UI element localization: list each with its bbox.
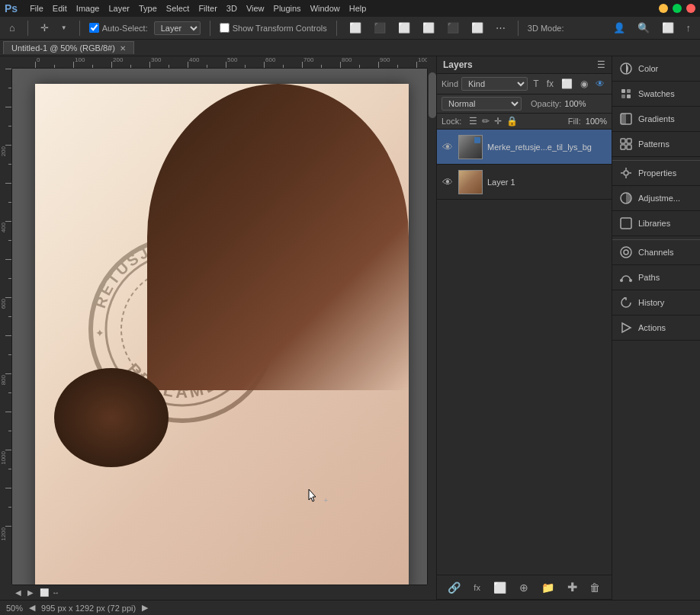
layer-item-1[interactable]: 👁 Layer 1 (437, 165, 612, 200)
layers-filter-eye-icon[interactable]: 👁 (593, 78, 607, 90)
layer-group-btn[interactable]: 📁 (538, 580, 557, 595)
hscroll-left-btn[interactable]: ◀ (15, 588, 21, 597)
layers-kind-select[interactable]: Kind (461, 77, 528, 91)
layer-item-0[interactable]: 👁 Merke_retusje...e_til_lys_bg (437, 130, 612, 165)
layers-filter-4-icon[interactable]: ◉ (578, 78, 590, 90)
menu-edit[interactable]: Edit (53, 4, 67, 13)
layer-thumb-inner-0 (459, 136, 482, 159)
align-middle-icon[interactable]: ⬛ (444, 21, 462, 35)
svg-point-25 (624, 250, 628, 255)
auto-select-dropdown[interactable]: Layer Group (154, 21, 201, 35)
home-icon[interactable]: ⌂ (6, 21, 18, 35)
blending-mode-select[interactable]: Normal (442, 97, 522, 111)
view-icon[interactable]: ⬜ (659, 21, 677, 35)
menu-view[interactable]: View (246, 4, 265, 13)
lock-position-icon[interactable]: ☰ (469, 116, 477, 127)
vertical-scrollbar[interactable] (427, 69, 436, 585)
layer-thumb-inner-1 (459, 171, 482, 194)
menu-select[interactable]: Select (166, 4, 190, 13)
color-icon (618, 61, 634, 76)
tab-close-icon[interactable]: ✕ (120, 44, 126, 53)
lock-pixel-icon[interactable]: ✏ (482, 116, 490, 127)
prop-paths[interactable]: Paths (612, 265, 700, 290)
move-tool-dropdown[interactable]: ▼ (58, 23, 70, 33)
menu-layer[interactable]: Layer (108, 4, 130, 13)
adjustments-icon (618, 191, 634, 206)
align-right-icon[interactable]: ⬜ (395, 21, 413, 35)
hscroll-expand-btn[interactable]: ⬜ (40, 588, 49, 597)
document-tab[interactable]: Untitled-1 @ 50% (RGB/8#) ✕ (3, 41, 134, 54)
lock-move-icon[interactable]: ✛ (494, 116, 502, 127)
prop-actions[interactable]: Actions (612, 316, 700, 341)
user-icon[interactable]: 👤 (610, 21, 628, 35)
menu-image[interactable]: Image (76, 4, 100, 13)
layer-add-btn[interactable]: ✚ (564, 578, 580, 596)
auto-select-label: Auto-Select: (89, 23, 148, 33)
layer-delete-btn[interactable]: 🗑 (586, 580, 603, 595)
prop-properties[interactable]: Properties (612, 160, 700, 186)
svg-rect-16 (627, 145, 631, 149)
layer-fx-btn[interactable]: fx (470, 581, 483, 594)
menu-3d[interactable]: 3D (226, 4, 237, 13)
prop-channels[interactable]: Channels (612, 239, 700, 265)
align-center-icon[interactable]: ⬛ (371, 21, 389, 35)
tab-title: Untitled-1 @ 50% (RGB/8#) (11, 43, 115, 53)
layers-footer: 🔗 fx ⬜ ⊕ 📁 ✚ 🗑 (437, 575, 612, 599)
layer-visibility-1[interactable]: 👁 (442, 176, 454, 188)
toolbar: ⌂ ✛ ▼ Auto-Select: Layer Group Show Tran… (0, 17, 700, 40)
menu-filter[interactable]: Filter (198, 4, 217, 13)
show-transform-checkbox[interactable] (220, 23, 230, 33)
prop-gradients[interactable]: Gradients (612, 107, 700, 132)
canvas-area[interactable]: RETUSJERT PERSON REKLAME ✦ ✦ (12, 69, 436, 585)
layers-search-kind-label: Kind (442, 79, 458, 88)
layer-mask-btn[interactable]: ⬜ (490, 580, 509, 595)
prop-history[interactable]: History (612, 290, 700, 316)
close-button[interactable] (686, 4, 695, 13)
layer-link-btn[interactable]: 🔗 (445, 580, 464, 595)
vscroll-thumb[interactable] (429, 72, 436, 118)
auto-select-checkbox[interactable] (89, 23, 99, 33)
search-icon[interactable]: 🔍 (634, 21, 653, 35)
hscroll-right-btn[interactable]: ▶ (27, 588, 34, 597)
layer-visibility-0[interactable]: 👁 (442, 141, 454, 153)
menu-bar: Ps File Edit Image Layer Type Select Fil… (0, 0, 700, 17)
lock-all-icon[interactable]: 🔒 (506, 116, 518, 127)
horizontal-scrollbar[interactable]: ◀ ▶ ⬜ ↔ (12, 585, 427, 600)
layers-filter-1-icon[interactable]: T (531, 78, 541, 90)
paths-icon (618, 270, 634, 285)
prop-color[interactable]: Color (612, 56, 700, 82)
menu-plugins[interactable]: Plugins (274, 4, 301, 13)
menu-window[interactable]: Window (310, 4, 340, 13)
more-options-icon[interactable]: ⋯ (493, 21, 509, 35)
hair-shape (147, 84, 409, 390)
prop-swatches[interactable]: Swatches (612, 82, 700, 107)
prop-adjustments[interactable]: Adjustme... (612, 186, 700, 211)
nav-right-btn[interactable]: ▶ (142, 603, 148, 613)
adjustments-label: Adjustme... (638, 194, 680, 203)
menu-file[interactable]: File (30, 4, 43, 13)
prop-patterns[interactable]: Patterns (612, 132, 700, 157)
properties-label: Properties (638, 168, 676, 178)
align-top-icon[interactable]: ⬜ (419, 21, 438, 35)
align-left-icon[interactable]: ⬜ (346, 21, 364, 35)
menu-type[interactable]: Type (139, 4, 157, 13)
prop-libraries[interactable]: Libraries (612, 211, 700, 236)
align-bottom-icon[interactable]: ⬜ (468, 21, 486, 35)
color-label: Color (638, 64, 658, 73)
maximize-button[interactable] (673, 4, 682, 13)
layers-filter-3-icon[interactable]: ⬜ (559, 78, 575, 90)
layers-filter-2-icon[interactable]: fx (544, 78, 556, 90)
layers-menu-icon[interactable]: ☰ (597, 59, 605, 70)
nav-left-btn[interactable]: ◀ (29, 603, 35, 613)
move-tool-icon[interactable]: ✛ (37, 21, 52, 35)
lock-label: Lock: (442, 117, 461, 126)
window-controls (659, 4, 695, 13)
layer-adjustment-btn[interactable]: ⊕ (516, 580, 531, 595)
hscroll-shrink-btn[interactable]: ↔ (52, 588, 59, 597)
actions-label: Actions (638, 323, 666, 332)
layers-list: 👁 Merke_retusje...e_til_lys_bg 👁 Layer 1 (437, 130, 612, 575)
share-icon[interactable]: ↑ (683, 21, 695, 35)
minimize-button[interactable] (659, 4, 668, 13)
svg-rect-15 (621, 145, 625, 149)
menu-help[interactable]: Help (349, 4, 367, 13)
